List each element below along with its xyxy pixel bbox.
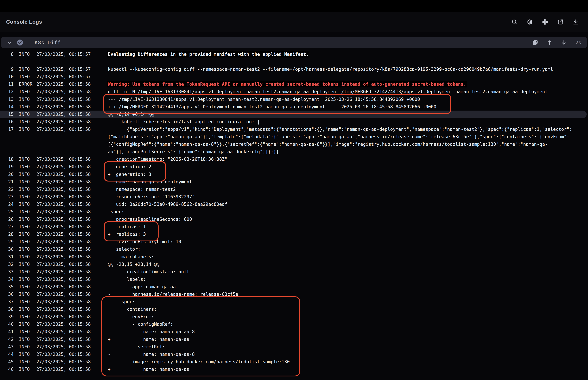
- log-message: name: naman-qa-aa-deployment: [108, 178, 588, 186]
- log-timestamp: 27/03/2025, 00:15:58: [37, 253, 108, 261]
- log-line: 12INFO27/03/2025, 00:15:58diff -u -N /tm…: [0, 88, 588, 95]
- log-timestamp: 27/03/2025, 00:15:58: [37, 230, 108, 238]
- page-title: Console Logs: [6, 19, 42, 25]
- log-message: @@ -28,15 +28,14 @@: [108, 261, 588, 268]
- log-level: INFO: [19, 215, 37, 223]
- log-line: 10INFO27/03/2025, 00:15:57: [0, 73, 588, 80]
- log-timestamp: 27/03/2025, 00:15:58: [37, 111, 108, 118]
- chevron-down-icon[interactable]: [6, 39, 13, 46]
- log-timestamp: 27/03/2025, 00:15:58: [37, 276, 108, 283]
- line-number: 40: [0, 321, 14, 328]
- log-line: 13INFO27/03/2025, 00:15:58--- /tmp/LIVE-…: [0, 95, 588, 103]
- arrow-up-icon[interactable]: [546, 39, 553, 46]
- log-message: diff -u -N /tmp/LIVE-1631330841/apps.v1.…: [108, 88, 588, 95]
- log-timestamp: 27/03/2025, 00:15:58: [37, 178, 108, 186]
- log-line: 9INFO27/03/2025, 00:15:57kubectl --kubec…: [0, 65, 588, 73]
- log-line: 11ERROR27/03/2025, 00:15:58Warning: Use …: [0, 80, 588, 88]
- log-timestamp: 27/03/2025, 00:15:58: [37, 103, 108, 111]
- log-message: - generation: 2: [108, 163, 588, 171]
- download-icon[interactable]: [572, 19, 579, 25]
- line-number: 44: [0, 351, 14, 358]
- log-timestamp: 27/03/2025, 00:15:58: [37, 358, 108, 365]
- log-line: 45INFO27/03/2025, 00:15:58- image: regis…: [0, 358, 588, 365]
- line-number: 19: [0, 163, 14, 171]
- log-message: spec:: [108, 298, 588, 305]
- line-number: 45: [0, 358, 14, 365]
- log-line: 17INFO27/03/2025, 00:15:58 {"apiVersion"…: [0, 126, 588, 155]
- log-message: - harness.io/release-name: release-63cf5…: [108, 290, 588, 298]
- log-level: INFO: [19, 253, 37, 261]
- log-timestamp: 27/03/2025, 00:15:58: [37, 336, 108, 343]
- log-line: 24INFO27/03/2025, 00:15:58 uid: 3a20dc70…: [0, 201, 588, 208]
- collapse-icon[interactable]: [542, 19, 549, 25]
- log-timestamp: 27/03/2025, 00:15:58: [37, 283, 108, 290]
- line-number: 15: [0, 111, 14, 118]
- log-message: app: naman-qa-aa: [108, 283, 588, 290]
- log-timestamp: 27/03/2025, 00:15:58: [37, 365, 108, 373]
- step-header-k8s-diff[interactable]: K8s Diff 2s: [1, 37, 587, 48]
- line-number: 20: [0, 171, 14, 178]
- log-level: INFO: [19, 193, 37, 201]
- log-message: containers:: [108, 305, 588, 313]
- line-number: 30: [0, 246, 14, 253]
- log-line: 25INFO27/03/2025, 00:15:58 spec:: [0, 208, 588, 215]
- log-level: INFO: [19, 186, 37, 193]
- log-message: + name: naman-qa-aa: [108, 365, 588, 373]
- log-message: @@ -6,14 +6,14 @@: [108, 111, 587, 118]
- log-line: 43INFO27/03/2025, 00:15:58 - secretRef:: [0, 343, 588, 351]
- open-in-new-icon[interactable]: [557, 19, 564, 25]
- log-line: 33INFO27/03/2025, 00:15:58 creationTimes…: [0, 268, 588, 276]
- line-number: 33: [0, 268, 14, 276]
- line-number: 38: [0, 305, 14, 313]
- log-level: INFO: [19, 336, 37, 343]
- line-number: 22: [0, 186, 14, 193]
- line-number: 34: [0, 276, 14, 283]
- line-number: 41: [0, 328, 14, 335]
- log-level: INFO: [19, 103, 37, 111]
- log-line: 44INFO27/03/2025, 00:15:58- name: naman-…: [0, 351, 588, 358]
- search-icon[interactable]: [511, 19, 518, 25]
- log-level: INFO: [19, 290, 37, 298]
- line-number: 46: [0, 365, 14, 373]
- check-circle-icon: [16, 39, 23, 46]
- line-number: 11: [0, 80, 14, 88]
- log-message: - replicas: 1: [108, 223, 588, 230]
- log-timestamp: 27/03/2025, 00:15:58: [37, 95, 108, 103]
- log-line: 46INFO27/03/2025, 00:15:58+ name: naman-…: [0, 365, 588, 373]
- log-level: INFO: [19, 365, 37, 373]
- log-level: INFO: [19, 328, 37, 335]
- log-message: - envFrom:: [108, 313, 588, 321]
- log-level: INFO: [19, 201, 37, 208]
- line-number: 29: [0, 238, 14, 246]
- copy-icon[interactable]: [532, 39, 539, 46]
- line-gap: [0, 58, 588, 65]
- log-timestamp: 27/03/2025, 00:15:58: [37, 238, 108, 246]
- log-timestamp: 27/03/2025, 00:15:58: [37, 208, 108, 215]
- log-timestamp: 27/03/2025, 00:15:58: [37, 193, 108, 201]
- log-message: namespace: naman-test2: [108, 186, 588, 193]
- line-number: 24: [0, 201, 14, 208]
- log-line: 31INFO27/03/2025, 00:15:58 matchLabels:: [0, 253, 588, 261]
- log-timestamp: 27/03/2025, 00:15:58: [37, 268, 108, 276]
- log-level: INFO: [19, 321, 37, 328]
- log-message: - configMapRef:: [108, 321, 588, 328]
- log-level: INFO: [19, 305, 37, 313]
- log-message: selector:: [108, 246, 588, 253]
- log-timestamp: 27/03/2025, 00:15:58: [37, 351, 108, 358]
- log-message: - name: naman-qa-aa-8: [108, 328, 588, 335]
- log-line: 40INFO27/03/2025, 00:15:58 - configMapRe…: [0, 321, 588, 328]
- log-timestamp: 27/03/2025, 00:15:58: [37, 343, 108, 351]
- log-timestamp: 27/03/2025, 00:15:58: [37, 126, 108, 155]
- arrow-down-icon[interactable]: [560, 39, 567, 46]
- log-timestamp: 27/03/2025, 00:15:58: [37, 118, 108, 126]
- line-number: 16: [0, 118, 14, 126]
- log-message: {"apiVersion":"apps/v1","kind":"Deployme…: [108, 126, 588, 155]
- log-timestamp: 27/03/2025, 00:15:58: [37, 80, 108, 88]
- settings-gear-icon[interactable]: [526, 19, 533, 25]
- log-timestamp: 27/03/2025, 00:15:58: [37, 305, 108, 313]
- log-message: matchLabels:: [108, 253, 588, 261]
- log-line: 23INFO27/03/2025, 00:15:58 resourceVersi…: [0, 193, 588, 201]
- line-number: 35: [0, 283, 14, 290]
- log-message: --- /tmp/LIVE-1631330841/apps.v1.Deploym…: [108, 95, 588, 103]
- log-line: 29INFO27/03/2025, 00:15:58 revisionHisto…: [0, 238, 588, 246]
